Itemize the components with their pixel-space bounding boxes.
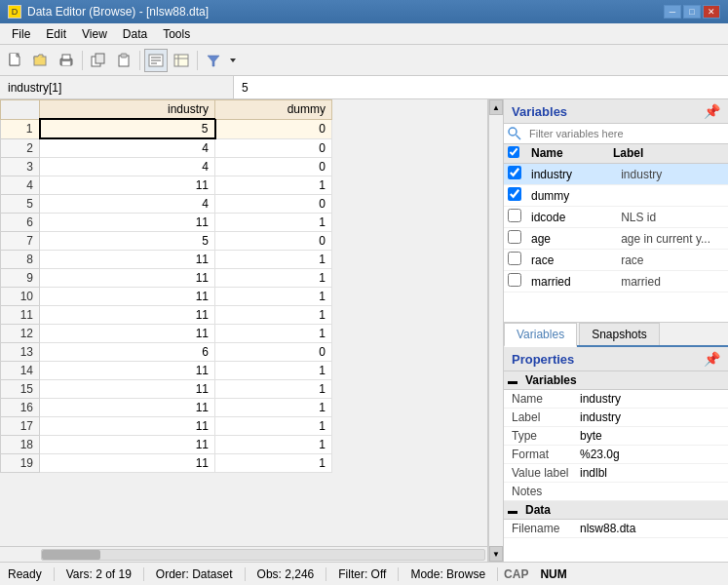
cell-industry[interactable]: 11: [40, 417, 215, 436]
window-controls[interactable]: ─ □ ✕: [664, 5, 720, 19]
menu-file[interactable]: File: [4, 25, 38, 43]
right-panel: Variables 📌 Name Label industryindustryd…: [504, 99, 728, 562]
cell-dummy[interactable]: 1: [215, 399, 332, 417]
cell-dummy[interactable]: 1: [215, 417, 332, 436]
filter-dropdown-button[interactable]: [227, 49, 239, 72]
cell-industry[interactable]: 4: [40, 158, 215, 176]
menu-data[interactable]: Data: [115, 25, 155, 43]
properties-data-rows: Filenamenlsw88.dta: [504, 520, 728, 538]
cell-dummy[interactable]: 1: [215, 436, 332, 454]
variable-checkbox[interactable]: [508, 230, 521, 244]
cell-industry[interactable]: 11: [40, 454, 215, 473]
cell-industry[interactable]: 11: [40, 251, 215, 269]
edit-button[interactable]: [144, 49, 168, 72]
cell-industry[interactable]: 11: [40, 269, 215, 288]
pin-icon[interactable]: 📌: [704, 103, 720, 119]
minimize-button[interactable]: ─: [664, 5, 681, 19]
variable-row[interactable]: idcodeNLS id: [504, 207, 728, 228]
filter-button[interactable]: [202, 49, 225, 72]
row-number: 14: [1, 362, 40, 380]
prop-val: indlbl: [580, 466, 720, 480]
horizontal-scrollbar[interactable]: [0, 546, 487, 562]
cell-dummy[interactable]: 1: [215, 380, 332, 399]
properties-pin-icon[interactable]: 📌: [704, 351, 720, 367]
cell-industry[interactable]: 6: [40, 343, 215, 362]
variable-label: married: [621, 275, 724, 289]
menu-tools[interactable]: Tools: [155, 25, 198, 43]
browse-button[interactable]: [170, 49, 193, 72]
svg-line-19: [517, 136, 521, 140]
cell-industry[interactable]: 11: [40, 380, 215, 399]
cell-dummy[interactable]: 0: [215, 119, 332, 138]
select-all-checkbox[interactable]: [508, 146, 519, 158]
variable-checkbox[interactable]: [508, 187, 521, 201]
tab-snapshots[interactable]: Snapshots: [579, 323, 660, 345]
cell-dummy[interactable]: 1: [215, 269, 332, 288]
maximize-button[interactable]: □: [683, 5, 701, 19]
grid-container[interactable]: industry dummy 1502403404111540611175081…: [0, 99, 487, 546]
cell-industry[interactable]: 11: [40, 362, 215, 380]
cell-industry[interactable]: 5: [40, 232, 215, 251]
cell-industry[interactable]: 11: [40, 288, 215, 306]
properties-variables-section[interactable]: ▬ Variables: [504, 371, 728, 390]
tab-variables[interactable]: Variables: [504, 323, 577, 347]
cell-industry[interactable]: 4: [40, 138, 215, 158]
cell-industry[interactable]: 4: [40, 195, 215, 214]
variable-row[interactable]: racerace: [504, 250, 728, 271]
property-row: Value labelindlbl: [504, 464, 728, 483]
cell-dummy[interactable]: 1: [215, 214, 332, 232]
title-bar: D Data Editor (Browse) - [nlsw88.dta] ─ …: [0, 0, 728, 23]
open-button[interactable]: [29, 49, 53, 72]
menu-view[interactable]: View: [74, 25, 115, 43]
properties-data-section[interactable]: ▬ Data: [504, 501, 728, 520]
cell-dummy[interactable]: 1: [215, 176, 332, 195]
row-number: 15: [1, 380, 40, 399]
row-number: 8: [1, 251, 40, 269]
check-all-checkbox[interactable]: [508, 146, 527, 161]
variables-search-bar[interactable]: [504, 124, 728, 144]
cell-dummy[interactable]: 1: [215, 306, 332, 325]
col-header-industry[interactable]: industry: [40, 100, 215, 120]
name-column-header: Name: [531, 146, 609, 161]
cell-industry[interactable]: 11: [40, 325, 215, 343]
collapse-arrow: ▬: [508, 375, 517, 386]
menu-edit[interactable]: Edit: [38, 25, 74, 43]
cell-dummy[interactable]: 1: [215, 288, 332, 306]
property-row: Format%23.0g: [504, 446, 728, 464]
variable-row[interactable]: dummy: [504, 185, 728, 207]
cell-industry[interactable]: 11: [40, 176, 215, 195]
cell-industry[interactable]: 11: [40, 436, 215, 454]
col-header-dummy[interactable]: dummy: [215, 100, 332, 120]
print-button[interactable]: [55, 49, 78, 72]
cell-industry[interactable]: 11: [40, 306, 215, 325]
close-button[interactable]: ✕: [703, 5, 720, 19]
cell-dummy[interactable]: 1: [215, 251, 332, 269]
cell-industry[interactable]: 11: [40, 399, 215, 417]
cell-dummy[interactable]: 0: [215, 343, 332, 362]
properties-content: ▬ Variables NameindustryLabelindustryTyp…: [504, 371, 728, 562]
variables-filter-input[interactable]: [525, 127, 724, 140]
cell-industry[interactable]: 11: [40, 214, 215, 232]
cell-industry[interactable]: 5: [40, 119, 215, 138]
cell-dummy[interactable]: 0: [215, 158, 332, 176]
variable-row[interactable]: ageage in current y...: [504, 228, 728, 250]
variable-row[interactable]: marriedmarried: [504, 271, 728, 292]
cell-dummy[interactable]: 0: [215, 195, 332, 214]
cell-dummy[interactable]: 0: [215, 232, 332, 251]
cell-dummy[interactable]: 1: [215, 362, 332, 380]
variable-checkbox[interactable]: [508, 166, 521, 179]
vertical-scrollbar[interactable]: ▲ ▼: [488, 99, 504, 562]
cell-dummy[interactable]: 1: [215, 454, 332, 473]
paste-button[interactable]: [112, 49, 135, 72]
grid-scroll[interactable]: industry dummy 1502403404111540611175081…: [0, 99, 487, 546]
variable-checkbox[interactable]: [508, 273, 521, 287]
variable-checkbox[interactable]: [508, 252, 521, 265]
separator-2: [139, 51, 140, 70]
row-number: 3: [1, 158, 40, 176]
cell-dummy[interactable]: 1: [215, 325, 332, 343]
variable-checkbox[interactable]: [508, 209, 521, 222]
cell-dummy[interactable]: 0: [215, 138, 332, 158]
new-button[interactable]: [4, 49, 27, 72]
copy-button[interactable]: [87, 49, 110, 72]
variable-row[interactable]: industryindustry: [504, 164, 728, 185]
